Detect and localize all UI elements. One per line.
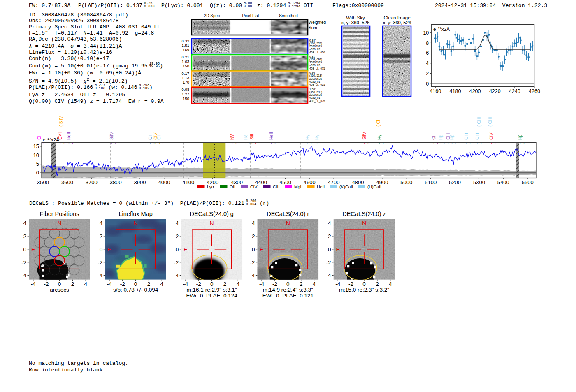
svg-text:3900: 3900 <box>134 179 146 186</box>
svg-text:{: { <box>251 143 256 144</box>
svg-text:CIII: CIII <box>273 184 279 189</box>
svg-text:20200525: 20200525 <box>309 93 322 96</box>
svg-text:{: { <box>232 143 236 144</box>
svg-text:E: E <box>260 246 263 253</box>
svg-text:4: 4 <box>389 281 392 287</box>
svg-text:408_LL_055: 408_LL_055 <box>309 83 325 86</box>
svg-text:3600: 3600 <box>61 179 73 186</box>
svg-text:Sum: Sum <box>309 26 317 30</box>
svg-text:150: 150 <box>183 64 189 68</box>
svg-text:MgII: MgII <box>294 184 302 189</box>
svg-text:CIV: CIV <box>250 184 258 189</box>
svg-text:5000: 5000 <box>400 179 412 186</box>
svg-text:N: N <box>210 220 214 226</box>
svg-text:0.21: 0.21 <box>182 55 190 59</box>
svg-text:3500: 3500 <box>37 179 49 186</box>
svg-text:HeII: HeII <box>317 184 325 189</box>
svg-text:4180: 4180 <box>450 88 461 94</box>
svg-text:HeII: HeII <box>269 132 274 140</box>
svg-text:3800: 3800 <box>110 179 122 186</box>
svg-text:4260: 4260 <box>529 88 540 94</box>
svg-text:408_LL_056: 408_LL_056 <box>309 51 325 54</box>
svg-text:NV: NV <box>230 134 235 140</box>
svg-text:2: 2 <box>426 71 429 77</box>
svg-text:4200: 4200 <box>469 88 481 94</box>
svg-text:x, y: 360, 526: x, y: 360, 526 <box>383 20 411 25</box>
svg-text:-2: -2 <box>348 281 353 287</box>
svg-text:2: 2 <box>223 281 227 287</box>
svg-text:( SiIV: ( SiIV <box>58 116 63 127</box>
svg-text:2: 2 <box>71 281 74 287</box>
svg-text:0: 0 <box>426 81 429 87</box>
svg-text:CIV: CIV <box>489 132 494 140</box>
svg-text:Hγ: Hγ <box>377 134 382 140</box>
svg-text:0.96": 0.96" <box>309 71 316 74</box>
svg-text:{: { <box>433 143 438 144</box>
svg-text:150: 150 <box>183 96 189 101</box>
svg-text:OIII: OIII <box>464 133 469 140</box>
svg-text:OII: OII <box>230 184 235 189</box>
svg-text:4800: 4800 <box>352 179 364 186</box>
svg-text:0.32: 0.32 <box>182 39 190 43</box>
svg-text:(K)CaII: (K)CaII <box>339 184 353 189</box>
svg-text:Hδ: Hδ <box>243 134 248 140</box>
svg-text:-2: -2 <box>272 281 277 287</box>
svg-text:DECaLS(24.0) z: DECaLS(24.0) z <box>342 211 386 217</box>
svg-text:{: { <box>364 143 368 144</box>
svg-text:Hγ: Hγ <box>314 134 319 140</box>
svg-text:-2: -2 <box>326 260 331 266</box>
svg-text:-4: -4 <box>31 281 36 287</box>
svg-text:-2: -2 <box>21 260 26 266</box>
svg-text:4: 4 <box>23 220 27 226</box>
svg-text:4500: 4500 <box>279 179 291 186</box>
svg-text:OII: OII <box>156 134 161 140</box>
svg-text:Lyα: Lyα <box>207 184 214 189</box>
svg-text:0: 0 <box>36 169 39 176</box>
svg-text:( OIII: ( OIII <box>476 117 481 127</box>
svg-text:20200525: 20200525 <box>309 61 322 64</box>
svg-text:4: 4 <box>100 220 103 226</box>
svg-text:4000: 4000 <box>158 179 170 186</box>
svg-text:{: { <box>60 143 64 144</box>
svg-text:4: 4 <box>160 281 164 287</box>
svg-text:0: 0 <box>58 281 61 287</box>
svg-text:1.58": 1.58" <box>309 88 316 90</box>
svg-text:Clean Image: Clean Image <box>383 15 410 20</box>
svg-text:8: 8 <box>426 40 429 46</box>
svg-text:3700: 3700 <box>86 179 98 186</box>
svg-text:{: { <box>316 143 321 144</box>
svg-text:Hβ: Hβ <box>518 134 523 140</box>
svg-text:0: 0 <box>176 246 179 253</box>
svg-text:6: 6 <box>426 50 429 56</box>
svg-text:408_LL_075: 408_LL_075 <box>309 100 325 103</box>
svg-text:Smoothed: Smoothed <box>279 14 298 18</box>
svg-text:0.81": 0.81" <box>309 55 316 58</box>
svg-text:2: 2 <box>252 233 255 239</box>
svg-text:10: 10 <box>33 152 39 158</box>
svg-text:4220: 4220 <box>489 88 501 94</box>
svg-text:2: 2 <box>300 281 303 287</box>
svg-text:5100: 5100 <box>425 179 437 186</box>
svg-text:m:15.0 re:2.3" s:3.2": m:15.0 re:2.3" s:3.2" <box>339 287 389 293</box>
svg-text:-4: -4 <box>107 281 112 287</box>
svg-text:20200525: 20200525 <box>309 77 322 80</box>
svg-text:1.13: 1.13 <box>182 75 190 80</box>
svg-text:4600: 4600 <box>304 179 316 186</box>
svg-text:OII: OII <box>148 134 153 140</box>
svg-text:2: 2 <box>176 233 179 239</box>
svg-text:0: 0 <box>328 246 331 253</box>
svg-text:{: { <box>271 143 275 144</box>
svg-text:arcsecs: arcsecs <box>50 287 69 293</box>
svg-text:{: { <box>150 143 154 144</box>
svg-text:1.27: 1.27 <box>182 92 190 96</box>
svg-text:4: 4 <box>252 220 255 226</box>
svg-text:-4: -4 <box>250 272 255 278</box>
svg-text:-4: -4 <box>183 281 188 287</box>
svg-text:x, y: 360, 526: x, y: 360, 526 <box>341 20 369 25</box>
svg-text:10: 10 <box>423 30 429 36</box>
svg-text:5: 5 <box>36 161 39 167</box>
svg-text:408_LL_075: 408_LL_075 <box>309 67 325 70</box>
svg-text:Pixel Flat: Pixel Flat <box>242 14 259 18</box>
svg-text:1.51: 1.51 <box>182 43 190 48</box>
svg-text:4: 4 <box>313 281 316 287</box>
